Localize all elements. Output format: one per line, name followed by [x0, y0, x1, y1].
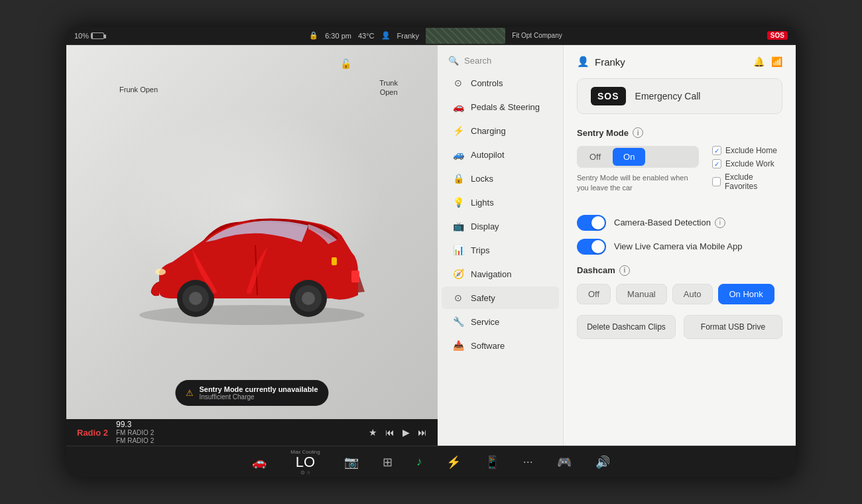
grid-icon: ⊞ [383, 455, 393, 470]
menu-label-display: Display [471, 221, 499, 231]
menu-label-software: Software [471, 341, 505, 351]
taskbar-spotify[interactable]: ♪ [411, 455, 428, 469]
menu-item-safety[interactable]: ⊙ Safety [442, 286, 559, 309]
menu-item-service[interactable]: 🔧 Service [442, 310, 559, 333]
svg-point-2 [155, 269, 166, 275]
taskbar-climate[interactable]: Max Cooling LO ⊙ ○ [285, 449, 325, 475]
apps-icon: 📱 [485, 455, 499, 470]
battery-percent: 10% [74, 32, 89, 40]
safety-icon: ⊙ [452, 292, 464, 303]
dashcam-section: Dashcam i Off Manual Auto On Honk [577, 265, 782, 304]
media-controls[interactable]: ★ ⏮ ▶ ⏭ [369, 427, 427, 438]
format-usb-button[interactable]: Format USB Drive [684, 315, 782, 339]
menu-item-pedals[interactable]: 🚗 Pedals & Steering [442, 95, 559, 118]
taskbar-bluetooth[interactable]: ⚡ [441, 455, 466, 470]
sos-status-badge[interactable]: SOS [767, 31, 788, 40]
exclude-work-check: ✓ [712, 159, 721, 168]
taskbar-apps[interactable]: 📱 [479, 455, 505, 470]
live-camera-toggle[interactable] [577, 239, 606, 255]
status-bar: 10% 🔒 6:30 pm 43°C 👤 Franky Fit Opt Comp… [66, 27, 796, 45]
service-icon: 🔧 [452, 316, 464, 327]
menu-item-lights[interactable]: 💡 Lights [442, 191, 559, 214]
exclude-favorites-checkbox[interactable]: Exclude Favorites [712, 172, 782, 191]
taskbar-mosaic[interactable]: 🎮 [552, 455, 577, 470]
user-indicator: 👤 [381, 31, 391, 40]
svg-point-9 [302, 292, 315, 305]
menu-label-service: Service [471, 317, 499, 327]
camera-detection-row: Camera-Based Detection i [577, 215, 782, 231]
dashcam-info-icon[interactable]: i [619, 265, 630, 276]
favorite-icon[interactable]: ★ [369, 427, 377, 438]
menu-item-locks[interactable]: 🔒 Locks [442, 167, 559, 190]
camera-detection-toggle[interactable] [577, 215, 606, 231]
pedals-icon: 🚗 [452, 101, 464, 112]
dashcam-onhonk-button[interactable]: On Honk [718, 284, 774, 304]
company-name: Fit Opt Company [512, 32, 562, 39]
dashcam-auto-button[interactable]: Auto [672, 284, 713, 304]
menu-item-software[interactable]: 📥 Software [442, 334, 559, 357]
sentry-toggle-group[interactable]: Off On [577, 146, 699, 168]
car-icon: 🚗 [252, 455, 267, 470]
car-panel: Frunk Open 🔓 TrunkOpen [66, 45, 438, 446]
next-icon[interactable]: ⏭ [418, 427, 427, 438]
exclude-favorites-label: Exclude Favorites [725, 172, 782, 191]
dashcam-off-button[interactable]: Off [577, 284, 611, 304]
delete-dashcam-button[interactable]: Delete Dashcam Clips [577, 315, 676, 339]
search-label: Search [464, 56, 491, 66]
dashcam-controls: Off Manual Auto On Honk [577, 284, 782, 304]
camera-info-icon[interactable]: i [715, 218, 725, 228]
menu-item-navigation[interactable]: 🧭 Navigation [442, 263, 559, 285]
more-icon: ··· [523, 455, 533, 469]
charging-icon: ⚡ [452, 125, 464, 136]
menu-label-safety: Safety [471, 293, 495, 303]
menu-item-controls[interactable]: ⊙ Controls [442, 72, 559, 94]
sentry-warning-box: ⚠ Sentry Mode currently unavailable Insu… [175, 380, 328, 406]
menu-label-trips: Trips [471, 245, 489, 255]
exclude-home-checkbox[interactable]: ✓ Exclude Home [712, 146, 782, 155]
sentry-info-icon[interactable]: i [633, 127, 643, 138]
menu-label-controls: Controls [471, 78, 503, 88]
search-field[interactable]: 🔍 Search [438, 50, 563, 71]
taskbar: 🚗 Max Cooling LO ⊙ ○ 📷 ⊞ ♪ ⚡ 📱 ··· [66, 446, 796, 477]
taskbar-grid[interactable]: ⊞ [377, 455, 398, 470]
display-icon: 📺 [452, 221, 464, 231]
driver-name: Franky [397, 32, 420, 40]
bluetooth-icon: ⚡ [446, 455, 461, 470]
live-camera-label: View Live Camera via Mobile App [614, 241, 742, 251]
taskbar-car[interactable]: 🚗 [247, 455, 272, 470]
menu-label-pedals: Pedals & Steering [471, 102, 540, 112]
menu-item-autopilot[interactable]: 🚙 Autopilot [442, 143, 559, 166]
prev-icon[interactable]: ⏮ [385, 427, 395, 438]
mosaic-icon: 🎮 [557, 455, 572, 470]
lights-icon: 💡 [452, 197, 464, 208]
map-thumbnail[interactable] [426, 28, 505, 44]
sos-emergency-button[interactable]: SOS Emergency Call [577, 78, 782, 114]
menu-item-charging[interactable]: ⚡ Charging [442, 119, 559, 142]
exclude-home-check: ✓ [712, 146, 721, 155]
taskbar-volume[interactable]: 🔊 [590, 455, 615, 470]
signal-icon: 📶 [771, 56, 782, 67]
sentry-checkboxes: ✓ Exclude Home ✓ Exclude Work Exclude Fa… [712, 146, 782, 191]
bottom-actions: Delete Dashcam Clips Format USB Drive [577, 304, 782, 339]
volume-icon: 🔊 [595, 455, 610, 470]
user-avatar-icon: 👤 [577, 56, 589, 68]
sentry-on-button[interactable]: On [613, 148, 645, 166]
taskbar-camera[interactable]: 📷 [339, 455, 364, 470]
exclude-home-label: Exclude Home [725, 146, 777, 155]
bell-icon[interactable]: 🔔 [753, 56, 765, 67]
exclude-work-checkbox[interactable]: ✓ Exclude Work [712, 159, 782, 168]
taskbar-more[interactable]: ··· [518, 455, 538, 469]
radio-name2: FM RADIO 2 [116, 437, 154, 445]
dashcam-manual-button[interactable]: Manual [616, 284, 667, 304]
svg-rect-10 [332, 257, 337, 265]
exclude-work-label: Exclude Work [725, 159, 774, 168]
radio-logo: Radio 2 [77, 428, 108, 438]
current-time: 6:30 pm [325, 32, 351, 40]
menu-item-display[interactable]: 📺 Display [442, 215, 559, 237]
sentry-off-button[interactable]: Off [579, 148, 611, 166]
user-action-icons: 🔔 📶 [753, 56, 782, 67]
menu-item-trips[interactable]: 📊 Trips [442, 239, 559, 261]
status-center: 🔒 6:30 pm 43°C 👤 Franky Fit Opt Company [309, 28, 562, 44]
battery-indicator: 10% [74, 32, 104, 40]
play-icon[interactable]: ▶ [402, 427, 410, 438]
